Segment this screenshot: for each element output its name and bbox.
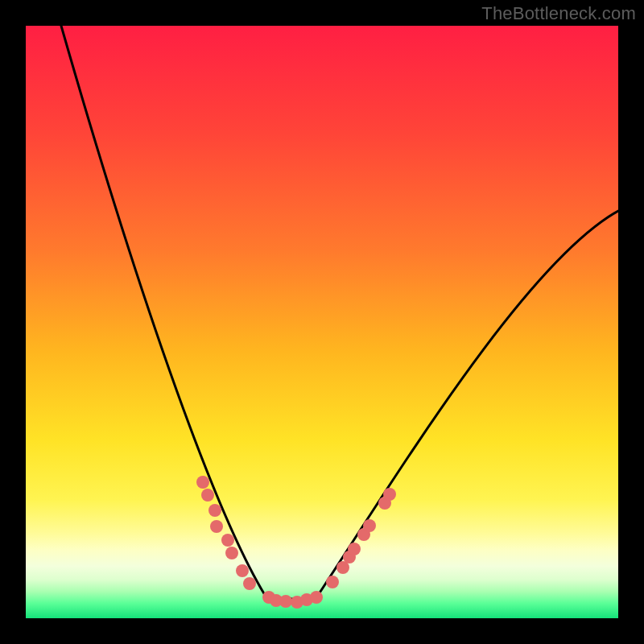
plot-area (26, 26, 618, 618)
watermark-text: TheBottleneck.com (481, 3, 636, 24)
data-dot (208, 504, 221, 517)
plot-svg (26, 26, 618, 618)
data-dot (201, 489, 214, 502)
data-dot (225, 547, 238, 559)
data-dot (363, 519, 376, 532)
data-dot (243, 577, 256, 590)
data-dot (196, 476, 209, 489)
data-dot (236, 564, 249, 577)
data-dot (310, 591, 323, 604)
data-dot (279, 595, 292, 608)
data-dot (383, 488, 396, 501)
data-dot (348, 543, 361, 555)
plot-background (26, 26, 618, 618)
data-dot (221, 534, 234, 547)
data-dot (326, 576, 339, 588)
chart-outer-frame: TheBottleneck.com (0, 0, 644, 644)
data-dot (210, 520, 223, 533)
